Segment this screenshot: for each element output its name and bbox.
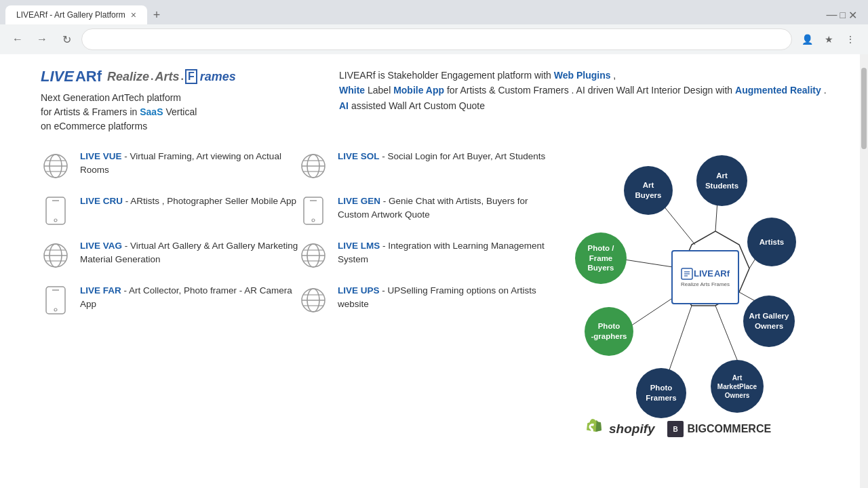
tagline-line4: on eCommerce platforms: [41, 121, 147, 131]
tagline-line1: Next Generation ArtTech platform: [41, 92, 181, 103]
logo-live: LIVE: [41, 68, 74, 85]
logo-dot1: .: [151, 70, 153, 83]
center-sub-text: Realize Arts Frames: [681, 281, 730, 287]
feature-sol-name: LIVE SOL: [338, 151, 380, 161]
feature-gen-name: LIVE GEN: [338, 196, 380, 206]
globe-icon-lms: [298, 241, 328, 270]
page-content: LIVE ARf Realize . Arts . F rames Next G…: [0, 54, 868, 488]
header-section: LIVE ARf Realize . Arts . F rames Next G…: [41, 68, 827, 134]
tab-bar: LIVEARf - Art Gallery Platform × + — □ ✕: [0, 0, 868, 24]
feature-far-text: LIVE FAR - Art Collector, Photo framer -…: [80, 284, 298, 312]
node-photographers: Photo-graphers: [585, 307, 633, 356]
feature-vag-text: LIVE VAG - Virtual Art Gallery & Art Gal…: [80, 239, 298, 267]
feature-far-name: LIVE FAR: [80, 285, 121, 296]
scroll-area[interactable]: [860, 54, 868, 488]
refresh-button[interactable]: ↻: [57, 30, 76, 49]
address-bar[interactable]: [81, 28, 792, 50]
feature-ups-text: LIVE UPS - UPSelling Framing options on …: [338, 284, 556, 312]
close-window-button[interactable]: ✕: [848, 9, 857, 22]
maximize-button[interactable]: □: [840, 9, 846, 20]
tagline-line3: Vertical: [163, 106, 197, 117]
mobile-icon-cru: [41, 196, 71, 226]
features-right: LIVE SOL - Social Login for Art Buyer, A…: [298, 150, 556, 434]
shopify-logo: shopify: [583, 417, 655, 441]
logo-realize: Realize: [107, 70, 149, 84]
tab-title: LIVEARf - Art Gallery Platform: [16, 10, 125, 20]
bigcommerce-text: BIGCOMMERCE: [688, 423, 772, 435]
tagline-line2: for Artists & Framers in: [41, 106, 140, 117]
feature-sol-desc: - Social Login for Art Buyer, Art Studen…: [382, 151, 545, 161]
mobile-icon-far: [41, 285, 71, 315]
svg-point-22: [312, 219, 315, 222]
feature-gen: LIVE GEN - Genie Chat with Artists, Buye…: [298, 195, 556, 226]
node-art-students: ArtStudents: [696, 155, 747, 206]
bigcommerce-logo: B BIGCOMMERCE: [666, 420, 772, 439]
feature-cru-desc: - ARtists , Photographer Seller Mobile A…: [125, 196, 296, 206]
center-logo-icon: LIVE ARf: [681, 268, 730, 280]
desc-label: Label: [365, 85, 393, 96]
tagline-saas: SaaS: [140, 106, 163, 117]
feature-lms-text: LIVE LMS - Integration with Learning Man…: [338, 239, 556, 267]
node-photo-frame-buyers: Photo /Frame Buyers: [575, 232, 627, 284]
logo-frames: rames: [200, 70, 236, 84]
menu-button[interactable]: ⋮: [841, 30, 860, 49]
browser-tab[interactable]: LIVEARf - Art Gallery Platform ×: [5, 5, 147, 24]
globe-icon-ups: [298, 285, 328, 315]
logo-dot2: .: [181, 70, 184, 83]
feature-lms: LIVE LMS - Integration with Learning Man…: [298, 239, 556, 270]
features-area: LIVE VUE - Virtual Framing, Art viewing …: [41, 150, 827, 434]
desc-mobile-app: Mobile App: [393, 85, 444, 96]
stakeholder-diagram: ArtBuyers ArtStudents Artists Art Galler…: [570, 150, 814, 434]
scroll-thumb[interactable]: [861, 68, 867, 149]
feature-gen-text: LIVE GEN - Genie Chat with Artists, Buye…: [338, 195, 556, 222]
desc-prefix: LIVEARf is Stakeholder Engagement platfo…: [339, 70, 554, 81]
feature-cru-name: LIVE CRU: [80, 196, 123, 206]
feature-vue: LIVE VUE - Virtual Framing, Art viewing …: [41, 150, 298, 181]
new-tab-button[interactable]: +: [147, 5, 166, 24]
desc-web-plugins: Web Plugins: [554, 70, 611, 81]
forward-button[interactable]: →: [33, 30, 52, 49]
center-arf-text: ARf: [714, 268, 730, 279]
minimize-button[interactable]: —: [827, 9, 837, 21]
feature-cru-text: LIVE CRU - ARtists , Photographer Seller…: [80, 195, 298, 208]
bookmark-button[interactable]: ★: [819, 30, 838, 49]
svg-rect-13: [46, 287, 65, 314]
bigcommerce-icon: B: [666, 420, 685, 439]
features-left: LIVE VUE - Virtual Framing, Art viewing …: [41, 150, 298, 434]
feature-lms-name: LIVE LMS: [338, 241, 380, 251]
logo-arts: Arts: [155, 70, 180, 84]
feature-ups: LIVE UPS - UPSelling Framing options on …: [298, 284, 556, 315]
feature-sol: LIVE SOL - Social Login for Art Buyer, A…: [298, 150, 556, 181]
nav-actions: 👤 ★ ⋮: [797, 30, 860, 49]
desc-comma: ,: [610, 70, 616, 81]
feature-ups-name: LIVE UPS: [338, 285, 380, 296]
feature-vue-text: LIVE VUE - Virtual Framing, Art viewing …: [80, 150, 298, 178]
feature-vag-name: LIVE VAG: [80, 241, 122, 251]
tab-close-button[interactable]: ×: [131, 9, 136, 20]
globe-icon-vue: [41, 151, 71, 181]
svg-rect-21: [304, 197, 323, 224]
svg-point-6: [54, 219, 57, 222]
desc-ai: AI: [339, 100, 349, 111]
description-section: LIVEARf is Stakeholder Engagement platfo…: [339, 68, 827, 134]
svg-text:B: B: [673, 426, 677, 433]
svg-point-14: [54, 308, 57, 311]
shopify-icon: [583, 417, 605, 441]
diagram-area: ArtBuyers ArtStudents Artists Art Galler…: [556, 150, 827, 434]
bottom-logos: shopify B BIGCOMMERCE: [583, 417, 771, 441]
account-button[interactable]: 👤: [797, 30, 816, 49]
feature-vag: LIVE VAG - Virtual Art Gallery & Art Gal…: [41, 239, 298, 270]
feature-vue-name: LIVE VUE: [80, 151, 122, 161]
node-art-gallery-owners: Art GalleryOwners: [743, 296, 795, 347]
node-art-marketplace-owners: ArtMarketPlaceOwners: [711, 360, 764, 413]
center-logo: LIVE ARf Realize Arts Frames: [671, 250, 739, 304]
node-artists: Artists: [747, 218, 796, 266]
desc-ar: Augmented Reality: [735, 85, 821, 96]
feature-far: LIVE FAR - Art Collector, Photo framer -…: [41, 284, 298, 315]
logo-box: F: [185, 69, 197, 84]
globe-icon-sol: [298, 151, 328, 181]
back-button[interactable]: ←: [8, 30, 27, 49]
feature-cru: LIVE CRU - ARtists , Photographer Seller…: [41, 195, 298, 226]
desc-dot: .: [821, 85, 827, 96]
desc-mid: for Artists & Custom Framers . AI driven…: [444, 85, 735, 96]
